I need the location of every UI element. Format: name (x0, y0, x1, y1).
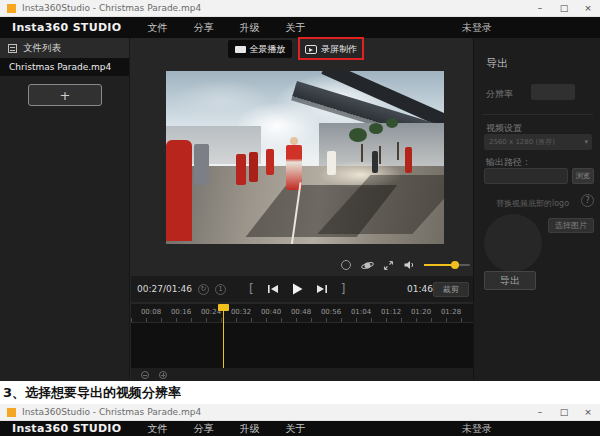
timeline-ruler[interactable]: 00:0800:1600:2400:3200:4000:4800:5601:04… (131, 304, 474, 322)
prev-frame-button[interactable] (267, 284, 279, 294)
timeline-tick: 01:20 (411, 308, 431, 316)
play-button[interactable] (292, 283, 303, 295)
transport-center: [ ] (249, 282, 345, 296)
speed-icon[interactable]: 1 (215, 284, 226, 295)
person-gray-hoodie (194, 144, 209, 186)
trim-in-marker[interactable]: [ (249, 282, 254, 296)
export-panel-title: 导出 (486, 56, 508, 71)
close-button[interactable]: × (576, 404, 600, 420)
menu-file[interactable]: 文件 (147, 21, 167, 35)
video-preview[interactable] (166, 71, 444, 244)
next-frame-button[interactable] (316, 284, 328, 294)
palm-tree (369, 123, 383, 134)
main-workspace: 文件列表 Christmas Parade.mp4 + 全景播放 录屏制作 (0, 38, 600, 381)
view-controls (340, 257, 470, 273)
close-button[interactable]: × (576, 0, 600, 16)
playhead-flag[interactable] (218, 304, 229, 311)
resolution-label: 分辨率 (486, 88, 513, 101)
palm-tree (386, 118, 398, 128)
file-list-header: 文件列表 (0, 38, 129, 58)
duration-label: 01:46 (407, 284, 433, 294)
menu-about[interactable]: 关于 (285, 422, 305, 436)
person-santa-head (290, 137, 298, 145)
login-status[interactable]: 未登录 (462, 422, 492, 436)
fullscreen-icon[interactable] (383, 259, 394, 272)
volume-slider-fill (424, 264, 454, 266)
logo-preview-circle (484, 214, 542, 272)
screen-capture-label: 录屏制作 (321, 43, 357, 56)
planet-view-icon[interactable] (361, 259, 374, 272)
choose-image-button[interactable]: 选择图片 (548, 218, 594, 233)
menu-file[interactable]: 文件 (147, 422, 167, 436)
timeline-zoom-in-icon[interactable] (159, 371, 167, 379)
login-status[interactable]: 未登录 (462, 21, 492, 35)
person-red-left (166, 140, 192, 240)
timeline-tick: 01:04 (351, 308, 371, 316)
titlebar-bottom: Insta360Studio - Christmas Parade.mp4 – … (0, 404, 600, 421)
file-list-item[interactable]: Christmas Parade.mp4 (0, 58, 129, 76)
timeline-tick: 00:56 (321, 308, 341, 316)
video-size-value: 2560 x 1280 (推荐) (489, 137, 555, 147)
current-timecode: 00:27/01:46 (137, 284, 192, 294)
timeline-track[interactable] (131, 322, 474, 368)
app-icon (7, 4, 16, 13)
browse-button[interactable]: 浏览 (572, 168, 594, 184)
output-path-input[interactable] (484, 168, 568, 184)
maximize-button[interactable]: □ (552, 404, 576, 420)
minimize-button[interactable]: – (528, 404, 552, 420)
person-red-right (405, 147, 412, 173)
resolution-dropdown[interactable] (531, 84, 575, 100)
person-dark (372, 151, 378, 173)
screen-capture-icon (305, 45, 317, 54)
menu-share[interactable]: 分享 (193, 422, 213, 436)
transport-bar: 00:27/01:46 ↻ 1 [ ] 01:46 裁剪 (131, 276, 474, 302)
playhead-line (223, 311, 224, 368)
timeline-zoom-strip (131, 368, 474, 381)
loop-icon[interactable]: ↻ (198, 284, 209, 295)
panel-divider (482, 114, 593, 115)
titlebar: Insta360Studio - Christmas Parade.mp4 – … (0, 0, 600, 17)
app-brand: Insta360 STUDIO (12, 21, 121, 34)
file-list-title: 文件列表 (23, 42, 61, 55)
window-controls: – □ × (528, 0, 600, 16)
panorama-play-label: 全景播放 (250, 43, 286, 56)
volume-slider-knob[interactable] (451, 261, 459, 269)
timeline-tick: 00:32 (231, 308, 251, 316)
volume-slider[interactable] (424, 264, 470, 266)
smooth-view-icon[interactable] (340, 259, 352, 272)
timeline-tick: 01:28 (441, 308, 461, 316)
menu-upgrade[interactable]: 升级 (239, 21, 259, 35)
trim-button[interactable]: 裁剪 (433, 282, 469, 297)
export-button[interactable]: 导出 (484, 271, 536, 290)
help-icon[interactable]: ? (581, 194, 594, 207)
menu-share[interactable]: 分享 (193, 21, 213, 35)
add-file-button[interactable]: + (28, 84, 102, 106)
person-red (236, 154, 246, 185)
menu-upgrade[interactable]: 升级 (239, 422, 259, 436)
screen-capture-button[interactable]: 录屏制作 (302, 40, 360, 58)
timeline-tick: 00:16 (171, 308, 191, 316)
export-panel: 导出 分辨率 视频设置 2560 x 1280 (推荐) ▾ 输出路径： 浏览 … (473, 38, 600, 381)
window-controls: – □ × (528, 404, 600, 420)
menubar: Insta360 STUDIO 文件 分享 升级 关于 未登录 (0, 17, 600, 38)
volume-icon[interactable] (403, 259, 415, 272)
person-red (266, 149, 274, 175)
plus-icon: + (60, 88, 71, 103)
logo-option-label[interactable]: 替换视频底部的logo (496, 198, 569, 209)
person-red (249, 152, 258, 181)
panorama-icon (235, 46, 246, 53)
app-brand: Insta360 STUDIO (12, 422, 121, 435)
trim-out-marker[interactable]: ] (341, 282, 346, 296)
maximize-button[interactable]: □ (552, 0, 576, 16)
video-size-dropdown[interactable]: 2560 x 1280 (推荐) ▾ (484, 134, 592, 150)
timeline-tick: 00:48 (291, 308, 311, 316)
menubar-bottom: Insta360 STUDIO 文件 分享 升级 关于 未登录 (0, 421, 600, 436)
video-scene (166, 71, 444, 244)
minimize-button[interactable]: – (528, 0, 552, 16)
panorama-play-button[interactable]: 全景播放 (228, 40, 292, 58)
screenshot-root: Insta360Studio - Christmas Parade.mp4 – … (0, 0, 600, 436)
person-white (327, 151, 336, 175)
timeline-tick: 01:12 (381, 308, 401, 316)
timeline-zoom-out-icon[interactable] (141, 371, 149, 379)
menu-about[interactable]: 关于 (285, 21, 305, 35)
